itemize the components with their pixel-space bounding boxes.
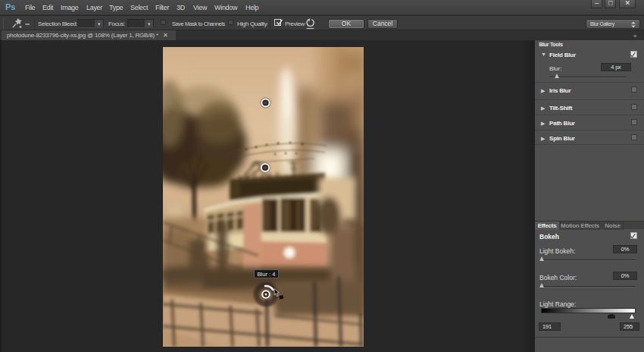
svg-text:Blur : 4: Blur : 4 [258, 271, 276, 278]
